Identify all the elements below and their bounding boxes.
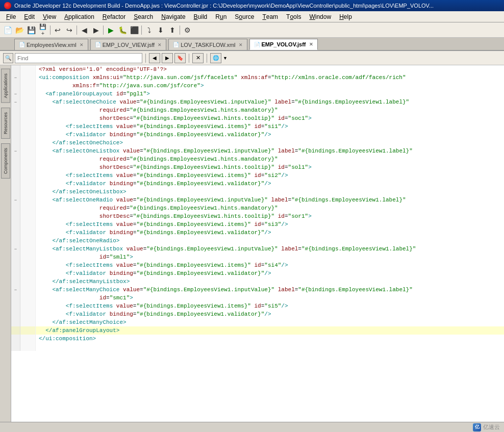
gutter-18[interactable] [11, 204, 20, 212]
debug-button[interactable]: 🐛 [117, 24, 128, 36]
gutter-33[interactable] [11, 326, 20, 335]
bookmark-button[interactable]: 🔖 [174, 53, 186, 63]
code-row-20: <f:selectItems value="#{bindings.Employe… [11, 220, 504, 228]
code-row-16: </af:selectOneListbox> [11, 188, 504, 196]
code-row-34: </ui:composition> [11, 335, 504, 343]
gutter-1[interactable] [11, 65, 20, 73]
menu-build[interactable]: Build [190, 11, 212, 22]
tab-emp-volov[interactable]: 📄 EMP_VOLOV.jsff ✕ [249, 39, 318, 50]
find-prev-button[interactable]: ◀ [149, 53, 160, 63]
redo-button[interactable]: ↪ [64, 24, 75, 36]
gutter-7[interactable] [11, 114, 20, 122]
code-content-33: </af:panelGroupLayout> [36, 326, 504, 335]
gutter-16[interactable] [11, 188, 20, 196]
code-row-32: </af:selectManyChoice> [11, 318, 504, 326]
code-editor[interactable]: <?xml version='1.0' encoding='UTF-8'?> −… [11, 65, 504, 422]
gutter-5[interactable]: − [11, 98, 20, 106]
menu-team[interactable]: Team [258, 11, 282, 22]
stop-button[interactable]: ⬛ [129, 24, 140, 36]
menu-tools[interactable]: Tools [282, 11, 305, 22]
step-out-button[interactable]: ⬆ [167, 24, 178, 36]
gutter-22[interactable] [11, 237, 20, 245]
gutter-6[interactable] [11, 106, 20, 114]
menu-search[interactable]: Search [130, 11, 157, 22]
browser-dropdown[interactable]: ▼ [223, 56, 228, 61]
code-content-20: <f:selectItems value="#{bindings.Employe… [36, 220, 504, 228]
tab-lov-taskflow[interactable]: 📄 LOV_TASKFLOW.xml ✕ [168, 39, 247, 50]
find-next-button[interactable]: ▶ [162, 53, 173, 63]
undo-button[interactable]: ↩ [52, 24, 63, 36]
sidebar-resources[interactable]: Resources [1, 108, 10, 139]
gutter-30[interactable] [11, 302, 20, 310]
toolbar-extra1[interactable]: ⚙ [182, 24, 193, 36]
gutter-3[interactable] [11, 82, 20, 90]
gutter-17[interactable]: − [11, 196, 20, 204]
menu-source[interactable]: Source [231, 11, 258, 22]
menu-view[interactable]: View [39, 11, 60, 22]
close-icon-emp-volov[interactable]: ✕ [309, 42, 313, 47]
gutter-32[interactable] [11, 318, 20, 326]
sidebar-components[interactable]: Components [1, 143, 10, 179]
new-button[interactable]: 📄 [2, 24, 13, 36]
tab-emp-lov-view[interactable]: 📄 EMP_LOV_VIEW.jsff ✕ [90, 39, 167, 50]
save-button[interactable]: 💾 [26, 24, 37, 36]
gutter-13[interactable] [11, 163, 20, 171]
gutter-25[interactable] [11, 261, 20, 269]
close-icon-lov-taskflow[interactable]: ✕ [239, 42, 243, 47]
gutter-20[interactable] [11, 220, 20, 228]
gutter-8[interactable] [11, 122, 20, 131]
linenum-3 [20, 82, 36, 90]
gutter-26[interactable] [11, 269, 20, 277]
menu-window[interactable]: Window [305, 11, 335, 22]
menu-navigate[interactable]: Navigate [157, 11, 189, 22]
close-icon-employees[interactable]: ✕ [80, 42, 84, 47]
gutter-19[interactable] [11, 212, 20, 220]
find-input[interactable] [15, 53, 142, 63]
linenum-16 [20, 188, 36, 196]
gutter-2[interactable]: − [11, 73, 20, 82]
close-icon-emp-lov[interactable]: ✕ [158, 42, 162, 47]
gutter-15[interactable] [11, 180, 20, 188]
watermark-logo: 亿 亿速云 [473, 423, 500, 431]
open-button[interactable]: 📂 [14, 24, 25, 36]
linenum-23 [20, 245, 36, 253]
gutter-34[interactable] [11, 335, 20, 343]
menu-edit[interactable]: Edit [20, 11, 39, 22]
browser-button[interactable]: 🌐 [210, 53, 221, 63]
compile-button[interactable]: ▶ [105, 24, 116, 36]
gutter-28[interactable]: − [11, 286, 20, 294]
tab-employees-view[interactable]: 📄 EmployeesView.xml ✕ [14, 39, 88, 50]
linenum-32 [20, 318, 36, 326]
gutter-10[interactable] [11, 139, 20, 147]
back-button[interactable]: ◀ [79, 24, 90, 36]
gutter-4[interactable]: − [11, 90, 20, 98]
gutter-23[interactable]: − [11, 245, 20, 253]
gutter-21[interactable] [11, 228, 20, 237]
gutter-14[interactable] [11, 171, 20, 180]
search-dropdown-icon[interactable]: 🔍 [3, 53, 13, 63]
code-rows-container: <?xml version='1.0' encoding='UTF-8'?> −… [11, 65, 504, 351]
step-into-button[interactable]: ⬇ [155, 24, 166, 36]
gutter-31[interactable] [11, 310, 20, 318]
gutter-35[interactable] [11, 343, 20, 351]
step-over-button[interactable]: ⤵ [143, 24, 155, 36]
forward-button[interactable]: ▶ [90, 24, 102, 36]
menu-help[interactable]: Help [335, 11, 356, 22]
save-all-button[interactable]: 💾+ [37, 24, 48, 36]
close-search-button[interactable]: ✕ [192, 53, 204, 63]
sidebar-applications[interactable]: Applications [1, 69, 10, 103]
gutter-27[interactable] [11, 277, 20, 286]
linenum-28 [20, 286, 36, 294]
linenum-18 [20, 204, 36, 212]
code-content-5: <af:selectOneChoice value="#{bindings.Em… [36, 98, 504, 106]
menu-file[interactable]: File [2, 11, 20, 22]
gutter-24[interactable] [11, 253, 20, 261]
gutter-12[interactable] [11, 155, 20, 163]
gutter-9[interactable] [11, 131, 20, 139]
menu-application[interactable]: Application [60, 11, 98, 22]
menu-refactor[interactable]: Refactor [98, 11, 130, 22]
menu-run[interactable]: Run [211, 11, 231, 22]
gutter-11[interactable]: − [11, 147, 20, 155]
gutter-29[interactable] [11, 294, 20, 302]
linenum-30 [20, 302, 36, 310]
